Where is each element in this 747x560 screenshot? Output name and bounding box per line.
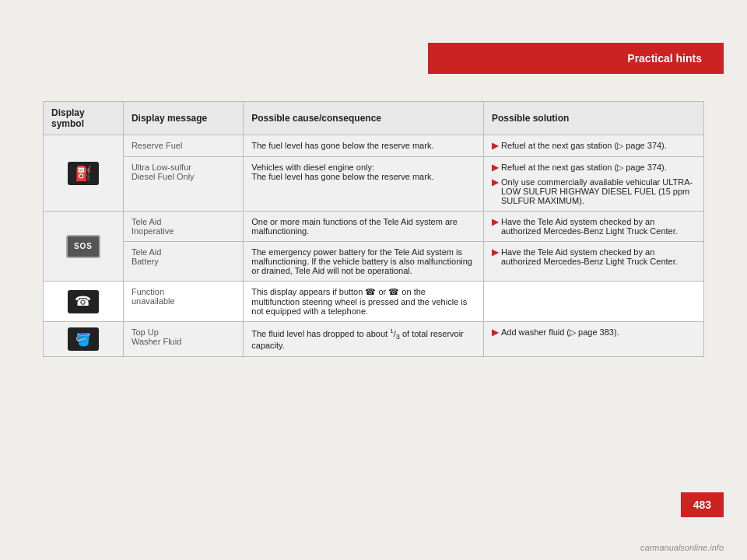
solution-item: ▶ Refuel at the next gas station (▷ page… xyxy=(492,141,696,151)
header-banner: Practical hints xyxy=(428,43,724,74)
solution-text: Add washer fluid (▷ page 383). xyxy=(501,327,619,338)
bullet-arrow: ▶ xyxy=(492,247,498,257)
col-cause: Possible cause/consequence xyxy=(244,102,484,135)
symbol-cell-washer: 🪣 xyxy=(44,322,124,357)
display-msg-washer: Top UpWasher Fluid xyxy=(123,322,243,357)
table-row: ☎ Functionunavailable This display appea… xyxy=(44,282,704,322)
solution-reserve-fuel: ▶ Refuel at the next gas station (▷ page… xyxy=(483,135,703,157)
solution-item: ▶ Refuel at the next gas station (▷ page… xyxy=(492,163,696,173)
symbol-cell-sos: SOS xyxy=(44,212,124,282)
header-title: Practical hints xyxy=(627,52,702,65)
cause-reserve-fuel: The fuel level has gone below the reserv… xyxy=(244,135,484,157)
solution-washer: ▶ Add washer fluid (▷ page 383). xyxy=(483,322,703,357)
bullet-arrow: ▶ xyxy=(492,177,498,187)
solution-item: ▶ Add washer fluid (▷ page 383). xyxy=(492,327,696,338)
cause-tele-inoperative: One or more main functions of the Tele A… xyxy=(244,212,484,242)
display-msg-tele-battery: Tele AidBattery xyxy=(123,242,243,282)
bullet-arrow: ▶ xyxy=(492,217,498,227)
bullet-arrow: ▶ xyxy=(492,327,498,338)
bullet-arrow: ▶ xyxy=(492,163,498,173)
solution-text: Have the Tele Aid system checked by an a… xyxy=(501,217,696,236)
page-number: 483 xyxy=(681,492,724,517)
table-header-row: Display symbol Display message Possible … xyxy=(44,102,704,135)
table-row: Ultra Low-sulfurDiesel Fuel Only Vehicle… xyxy=(44,157,704,212)
solution-item: ▶ Have the Tele Aid system checked by an… xyxy=(492,217,696,236)
solution-function xyxy=(483,282,703,322)
table-row: Tele AidBattery The emergency power batt… xyxy=(44,242,704,282)
phone-symbol-icon: ☎ xyxy=(68,290,99,313)
solution-ultra-low: ▶ Refuel at the next gas station (▷ page… xyxy=(483,157,703,212)
col-display-message: Display message xyxy=(123,102,243,135)
table-row: 🪣 Top UpWasher Fluid The fluid level has… xyxy=(44,322,704,357)
table-row: ⛽ Reserve Fuel The fuel level has gone b… xyxy=(44,135,704,157)
fuel-symbol-icon: ⛽ xyxy=(68,162,99,185)
display-msg-tele-inoperative: Tele AidInoperative xyxy=(123,212,243,242)
main-table-wrapper: Display symbol Display message Possible … xyxy=(43,101,704,357)
table-row: SOS Tele AidInoperative One or more main… xyxy=(44,212,704,242)
solution-item: ▶ Have the Tele Aid system checked by an… xyxy=(492,247,696,266)
solution-tele-inoperative: ▶ Have the Tele Aid system checked by an… xyxy=(483,212,703,242)
symbol-cell-phone: ☎ xyxy=(44,282,124,322)
cause-tele-battery: The emergency power battery for the Tele… xyxy=(244,242,484,282)
solution-item: ▶ Only use commercially available vehicu… xyxy=(492,177,696,205)
watermark: carmanualsonline.info xyxy=(640,543,724,552)
col-solution: Possible solution xyxy=(483,102,703,135)
display-msg-reserve-fuel: Reserve Fuel xyxy=(123,135,243,157)
washer-symbol-icon: 🪣 xyxy=(68,327,99,351)
solution-text: Have the Tele Aid system checked by an a… xyxy=(501,247,696,266)
display-msg-function: Functionunavailable xyxy=(123,282,243,322)
cause-washer: The fluid level has dropped to about 1/3… xyxy=(244,322,484,357)
cause-ultra-low: Vehicles with diesel engine only:The fue… xyxy=(244,157,484,212)
solution-tele-battery: ▶ Have the Tele Aid system checked by an… xyxy=(483,242,703,282)
cause-function: This display appears if button ☎ or ☎ on… xyxy=(244,282,484,322)
solution-text: Refuel at the next gas station (▷ page 3… xyxy=(501,163,667,173)
bullet-arrow: ▶ xyxy=(492,141,498,151)
solution-text: Only use commercially available vehicula… xyxy=(501,177,696,205)
col-display-symbol: Display symbol xyxy=(44,102,124,135)
sos-symbol-icon: SOS xyxy=(66,235,100,258)
solution-text: Refuel at the next gas station (▷ page 3… xyxy=(501,141,667,151)
display-msg-ultra-low: Ultra Low-sulfurDiesel Fuel Only xyxy=(123,157,243,212)
hints-table: Display symbol Display message Possible … xyxy=(43,101,704,357)
symbol-cell-fuel: ⛽ xyxy=(44,135,124,212)
